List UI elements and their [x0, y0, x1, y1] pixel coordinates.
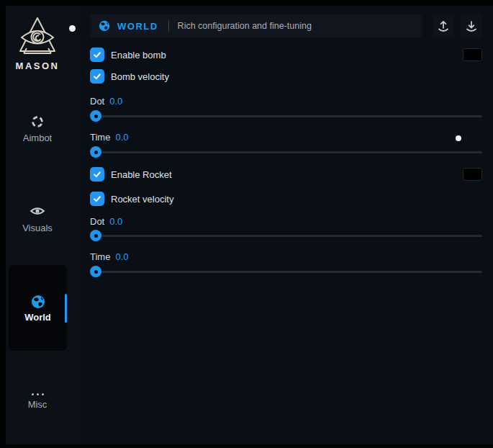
sidebar-item-label: World [24, 312, 51, 323]
slider-thumb[interactable] [90, 230, 101, 241]
rocket-color-swatch[interactable] [463, 168, 482, 181]
globe-icon [99, 20, 110, 32]
sidebar: MASON Aimbot Visuals [6, 6, 81, 444]
sidebar-item-misc[interactable]: Misc [6, 382, 69, 410]
toggle-label: Rocket velocity [111, 194, 173, 205]
divider [168, 20, 169, 32]
eye-icon [6, 205, 69, 220]
sidebar-item-label: Visuals [22, 223, 53, 233]
page-title: WORLD [117, 21, 158, 32]
ellipsis-icon [6, 382, 69, 396]
header: WORLD Rich configuration and fine-tuning [90, 14, 482, 37]
globe-icon [9, 295, 67, 309]
toggle-row-rocket-velocity: Rocket velocity [90, 192, 482, 206]
sidebar-item-label: Misc [28, 399, 48, 410]
slider-thumb[interactable] [90, 266, 101, 277]
rocket-time-slider[interactable] [90, 266, 482, 277]
slider-value: 0.0 [115, 251, 128, 262]
slider-label-row: Time 0.0 [90, 251, 482, 261]
upload-icon [438, 20, 449, 32]
logo: MASON [6, 16, 69, 71]
slider-thumb[interactable] [90, 110, 101, 122]
toggle-row-enable-bomb: Enable bomb [90, 48, 482, 62]
page-header-bar: WORLD Rich configuration and fine-tuning [90, 14, 422, 37]
download-config-button[interactable] [461, 14, 482, 37]
slider-name: Dot [90, 96, 104, 107]
toggle-row-bomb-velocity: Bomb velocity [90, 69, 482, 84]
slider-value: 0.0 [115, 132, 128, 143]
slider-track[interactable] [91, 115, 482, 117]
slider-name: Time [90, 251, 110, 262]
slider-name: Dot [90, 216, 104, 227]
page-subtitle: Rich configuration and fine-tuning [178, 21, 312, 31]
slider-label-row: Time 0.0 [90, 132, 482, 142]
bomb-color-swatch[interactable] [463, 48, 482, 61]
toggle-label: Bomb velocity [111, 71, 169, 82]
enable-bomb-checkbox[interactable] [90, 48, 104, 62]
slider-thumb[interactable] [90, 146, 101, 158]
sidebar-item-visuals[interactable]: Visuals [6, 205, 69, 233]
slider-label-row: Dot 0.0 [90, 96, 482, 106]
sidebar-item-label: Aimbot [23, 133, 52, 143]
download-icon [466, 20, 477, 32]
upload-config-button[interactable] [433, 14, 454, 37]
bomb-velocity-checkbox[interactable] [90, 69, 104, 84]
mason-menu-window: MASON Aimbot Visuals [6, 6, 493, 444]
rocket-dot-slider[interactable] [90, 230, 482, 241]
cursor-dot [69, 25, 76, 32]
toggle-label: Enable bomb [111, 50, 166, 61]
crosshair-icon [6, 115, 69, 130]
toggle-label: Enable Rocket [111, 169, 172, 180]
bomb-dot-slider[interactable] [90, 110, 482, 122]
slider-label-row: Dot 0.0 [90, 216, 482, 226]
screen: MASON Aimbot Visuals [0, 0, 493, 448]
active-indicator [65, 294, 67, 323]
brand-name: MASON [6, 61, 69, 71]
slider-track[interactable] [91, 271, 482, 273]
bomb-time-slider[interactable] [90, 146, 482, 158]
all-seeing-eye-icon [6, 16, 69, 59]
slider-value: 0.0 [109, 96, 122, 107]
slider-track[interactable] [91, 151, 482, 153]
slider-name: Time [90, 132, 110, 143]
toggle-row-enable-rocket: Enable Rocket [90, 167, 482, 182]
cursor-dot [456, 135, 461, 141]
sidebar-item-world[interactable]: World [9, 265, 67, 351]
sidebar-item-aimbot[interactable]: Aimbot [6, 115, 69, 143]
slider-value: 0.0 [109, 216, 122, 227]
slider-track[interactable] [91, 235, 482, 237]
rocket-velocity-checkbox[interactable] [90, 192, 104, 206]
enable-rocket-checkbox[interactable] [90, 167, 104, 182]
main-content: WORLD Rich configuration and fine-tuning [81, 6, 493, 444]
